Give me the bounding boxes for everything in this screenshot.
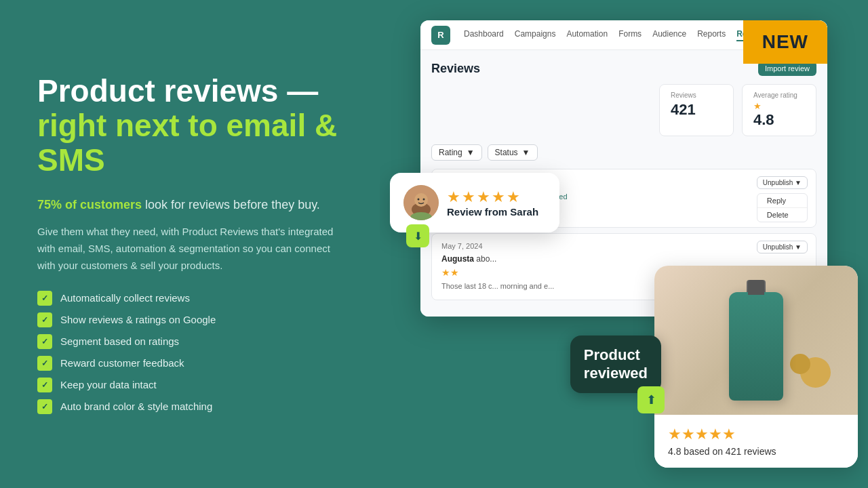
check-icon: ✓ <box>37 356 52 371</box>
bottle-body <box>729 292 783 401</box>
main-headline: Product reviews — right next to email & … <box>37 74 342 177</box>
check-icon: ✓ <box>37 334 52 349</box>
feature-label: Reward customer feedback <box>60 357 184 369</box>
sarah-review-card: ★★★★★ Review from Sarah ⬇ <box>390 173 559 232</box>
feature-label: Segment based on ratings <box>60 336 179 347</box>
product-stars: ★★★★★ <box>668 426 844 443</box>
reply-button[interactable]: Reply <box>757 194 807 208</box>
check-icon: ✓ <box>37 399 52 414</box>
filter-row: Rating ▼ Status ▼ <box>431 144 816 161</box>
nav-automation[interactable]: Automation <box>566 29 608 41</box>
headline-green: right next to email & SMS <box>37 108 337 178</box>
delete-button[interactable]: Delete <box>757 208 807 222</box>
feature-label: Show reviews & ratings on Google <box>60 314 216 325</box>
rating-star-icon: ★ <box>753 101 805 111</box>
review-actions: Unpublish ▼ <box>757 241 808 258</box>
sarah-stars: ★★★★★ <box>447 188 538 206</box>
sarah-card-top: ★★★★★ Review from Sarah <box>403 185 546 220</box>
svg-point-4 <box>423 199 425 201</box>
stats-row: Reviews 421 Average rating ★ 4.8 <box>431 84 816 136</box>
product-reviewed-text: Productreviewed <box>584 346 648 381</box>
avatar <box>403 185 439 220</box>
rating-stat-label: Average rating <box>753 92 805 99</box>
nav-campaigns[interactable]: Campaigns <box>515 29 556 41</box>
rating-stat-card: Average rating ★ 4.8 <box>742 84 816 136</box>
sarah-name: Review from Sarah <box>447 206 538 218</box>
list-item: ✓ Keep your data intact <box>37 378 342 392</box>
sarah-review-info: ★★★★★ Review from Sarah <box>447 188 538 218</box>
download-icon: ⬇ <box>406 224 429 247</box>
decor-ball-2 <box>790 354 810 374</box>
reviews-stat-label: Reviews <box>671 92 722 99</box>
unpublish-select[interactable]: Unpublish ▼ <box>757 176 808 189</box>
subheadline-rest: look for reviews before they buy. <box>142 198 320 211</box>
dashboard-nav: Dashboard Campaigns Automation Forms Aud… <box>464 29 769 41</box>
product-info: ★★★★★ 4.8 based on 421 reviews <box>654 415 858 468</box>
product-bottle <box>729 280 783 401</box>
unpublish-select[interactable]: Unpublish ▼ <box>757 241 808 253</box>
app-logo: R <box>431 26 450 45</box>
list-item: ✓ Reward customer feedback <box>37 356 342 371</box>
feature-label: Keep your data intact <box>60 379 157 390</box>
feature-list: ✓ Automatically collect reviews ✓ Show r… <box>37 291 342 414</box>
product-rating-text: 4.8 based on 421 reviews <box>668 446 844 457</box>
rating-stat-value: 4.8 <box>753 111 805 129</box>
review-author: Augusta abo... <box>441 254 806 264</box>
check-icon: ✓ <box>37 291 52 306</box>
subheadline: 75% of customers look for reviews before… <box>37 196 342 214</box>
subheadline-bold: 75% of customers <box>37 198 142 211</box>
action-buttons: Reply Delete <box>757 193 808 222</box>
list-item: ✓ Automatically collect reviews <box>37 291 342 306</box>
feature-label: Auto brand color & style matching <box>60 401 212 412</box>
reviews-stat-card: Reviews 421 <box>659 84 734 136</box>
reviews-page-title: Reviews <box>431 62 480 76</box>
nav-dashboard[interactable]: Dashboard <box>464 29 504 41</box>
list-item: ✓ Auto brand color & style matching <box>37 399 342 414</box>
product-card: ★★★★★ 4.8 based on 421 reviews <box>654 266 858 468</box>
description-text: Give them what they need, with Product R… <box>37 224 342 274</box>
list-item: ✓ Show reviews & ratings on Google <box>37 312 342 327</box>
rating-filter[interactable]: Rating ▼ <box>431 144 482 161</box>
feature-label: Automatically collect reviews <box>60 292 190 304</box>
check-icon: ✓ <box>37 312 52 327</box>
status-filter[interactable]: Status ▼ <box>488 144 538 161</box>
reviews-stat-value: 421 <box>671 101 722 119</box>
svg-point-3 <box>418 199 420 201</box>
review-date: May 7, 2024 <box>441 242 483 250</box>
product-reviewed-badge: Productreviewed <box>570 336 661 393</box>
nav-forms[interactable]: Forms <box>618 29 642 41</box>
headline-white: Product reviews — <box>37 73 318 108</box>
review-actions: Unpublish ▼ Reply Delete <box>757 176 808 222</box>
left-panel: Product reviews — right next to email & … <box>0 0 380 488</box>
svg-point-2 <box>414 193 428 207</box>
new-badge: NEW <box>743 20 827 64</box>
check-icon: ✓ <box>37 378 52 392</box>
right-panel: NEW R Dashboard Campaigns Automation For… <box>380 0 868 488</box>
list-item: ✓ Segment based on ratings <box>37 334 342 349</box>
product-image <box>654 266 858 415</box>
author-name: Augusta <box>441 254 474 264</box>
review-meta: May 7, 2024 <box>441 242 806 250</box>
nav-reports[interactable]: Reports <box>697 29 726 41</box>
nav-audience[interactable]: Audience <box>652 29 686 41</box>
upload-icon: ⬆ <box>637 386 665 413</box>
